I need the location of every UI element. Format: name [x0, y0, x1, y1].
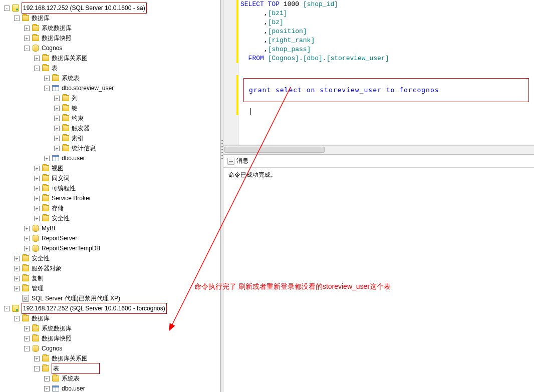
- db-cognos[interactable]: -Cognos: [0, 43, 220, 53]
- query-panel: SELECT TOP 1000 [shop_id] ,[bz1] ,[bz] ,…: [223, 0, 534, 392]
- toggle-icon[interactable]: +: [54, 106, 60, 111]
- db-security-node[interactable]: +安全性: [0, 213, 220, 223]
- db-diagram-node[interactable]: +数据库关系图: [0, 53, 220, 63]
- toggle-icon[interactable]: +: [24, 226, 30, 231]
- databases2-node[interactable]: -数据库: [0, 313, 220, 323]
- toggle-icon[interactable]: +: [24, 246, 30, 251]
- toggle-icon[interactable]: +: [54, 136, 60, 141]
- replication-node[interactable]: +复制: [0, 273, 220, 283]
- folder-icon: [42, 364, 50, 372]
- db-snapshot-node[interactable]: +数据库快照: [0, 33, 220, 43]
- object-explorer[interactable]: -192.168.127.252 (SQL Server 10.0.1600 -…: [0, 0, 220, 392]
- toggle-icon[interactable]: +: [54, 96, 60, 101]
- db-mybi[interactable]: +MyBI: [0, 223, 220, 233]
- db-snapshot2-node[interactable]: +数据库快照: [0, 333, 220, 343]
- toggle-icon[interactable]: +: [54, 116, 60, 121]
- indexes-node[interactable]: +索引: [0, 133, 220, 143]
- tree-label: 系统表: [62, 73, 80, 83]
- table-user[interactable]: +dbo.user: [0, 153, 220, 163]
- folder-icon: [32, 324, 40, 332]
- views-node[interactable]: +视图: [0, 163, 220, 173]
- toggle-icon[interactable]: +: [24, 36, 30, 41]
- toggle-icon[interactable]: -: [34, 66, 40, 71]
- toggle-icon[interactable]: +: [24, 236, 30, 241]
- messages-tab[interactable]: 消息: [223, 155, 534, 168]
- db-icon: [32, 244, 40, 252]
- toggle-icon[interactable]: +: [14, 266, 20, 271]
- toggle-icon[interactable]: +: [34, 176, 40, 181]
- server-node-forcognos[interactable]: -192.168.127.252 (SQL Server 10.0.1600 -…: [0, 303, 220, 313]
- tree-label: 视图: [52, 163, 64, 173]
- toggle-icon[interactable]: +: [34, 196, 40, 201]
- sys-db2-node[interactable]: +系统数据库: [0, 323, 220, 333]
- programmability-node[interactable]: +可编程性: [0, 183, 220, 193]
- toggle-icon[interactable]: -: [4, 6, 10, 11]
- table-user2[interactable]: +dbo.user: [0, 383, 220, 392]
- folder-icon: [32, 334, 40, 342]
- toggle-icon[interactable]: +: [14, 286, 20, 291]
- toggle-icon[interactable]: +: [34, 166, 40, 171]
- toggle-icon[interactable]: +: [44, 156, 50, 161]
- constraints-node[interactable]: +约束: [0, 113, 220, 123]
- server-node-sa[interactable]: -192.168.127.252 (SQL Server 10.0.1600 -…: [0, 3, 220, 13]
- columns-node[interactable]: +列: [0, 93, 220, 103]
- folder-icon: [22, 14, 30, 22]
- tree-label: 索引: [72, 133, 84, 143]
- tree-label: 同义词: [52, 173, 70, 183]
- db-diagram2-node[interactable]: +数据库关系图: [0, 353, 220, 363]
- databases-node[interactable]: -数据库: [0, 13, 220, 23]
- triggers-node[interactable]: +触发器: [0, 123, 220, 133]
- db-reportserver[interactable]: +ReportServer: [0, 233, 220, 243]
- toggle-icon[interactable]: +: [14, 256, 20, 261]
- toggle-icon[interactable]: +: [44, 376, 50, 381]
- messages-tab-label: 消息: [236, 157, 248, 165]
- synonyms-node[interactable]: +同义词: [0, 173, 220, 183]
- db-reportservertempdb[interactable]: +ReportServerTempDB: [0, 243, 220, 253]
- grant-statement: grant select on storeview_user to forcog…: [249, 86, 439, 94]
- toggle-icon[interactable]: [14, 296, 20, 301]
- toggle-icon[interactable]: +: [34, 186, 40, 191]
- sql-agent-node[interactable]: SQL Server 代理(已禁用代理 XP): [0, 293, 220, 303]
- table-storeview-user[interactable]: -dbo.storeview_user: [0, 83, 220, 93]
- folder-icon: [62, 144, 70, 152]
- toggle-icon[interactable]: +: [44, 76, 50, 81]
- tree-label: 系统数据库: [42, 23, 72, 33]
- toggle-icon[interactable]: -: [44, 86, 50, 91]
- toggle-icon[interactable]: -: [34, 366, 40, 371]
- tree-label: 表: [52, 363, 100, 374]
- toggle-icon[interactable]: +: [24, 336, 30, 341]
- toggle-icon[interactable]: +: [54, 146, 60, 151]
- toggle-icon[interactable]: +: [24, 26, 30, 31]
- tree-label: 存储: [52, 203, 64, 213]
- toggle-icon[interactable]: +: [34, 356, 40, 361]
- service-broker-node[interactable]: +Service Broker: [0, 193, 220, 203]
- toggle-icon[interactable]: -: [14, 316, 20, 321]
- toggle-icon[interactable]: +: [24, 326, 30, 331]
- folder-icon: [42, 354, 50, 362]
- toggle-icon[interactable]: -: [24, 46, 30, 51]
- tables-node[interactable]: -表: [0, 63, 220, 73]
- keys-node[interactable]: +键: [0, 103, 220, 113]
- sql-editor[interactable]: SELECT TOP 1000 [shop_id] ,[bz1] ,[bz] ,…: [238, 0, 534, 145]
- management-node[interactable]: +管理: [0, 283, 220, 293]
- tables2-node[interactable]: -表: [0, 363, 220, 373]
- toggle-icon[interactable]: -: [4, 306, 10, 311]
- editor-gutter: [223, 0, 238, 145]
- security-node[interactable]: +安全性: [0, 253, 220, 263]
- editor-hscrollbar[interactable]: [223, 145, 534, 154]
- toggle-icon[interactable]: -: [24, 346, 30, 351]
- sys-tables2-node[interactable]: +系统表: [0, 373, 220, 383]
- server-objects-node[interactable]: +服务器对象: [0, 263, 220, 273]
- toggle-icon[interactable]: +: [34, 56, 40, 61]
- toggle-icon[interactable]: +: [44, 386, 50, 391]
- toggle-icon[interactable]: +: [54, 126, 60, 131]
- statistics-node[interactable]: +统计信息: [0, 143, 220, 153]
- toggle-icon[interactable]: +: [14, 276, 20, 281]
- db-cognos2[interactable]: -Cognos: [0, 343, 220, 353]
- toggle-icon[interactable]: +: [34, 216, 40, 221]
- toggle-icon[interactable]: +: [34, 206, 40, 211]
- sys-db-node[interactable]: +系统数据库: [0, 23, 220, 33]
- toggle-icon[interactable]: -: [14, 16, 20, 21]
- storage-node[interactable]: +存储: [0, 203, 220, 213]
- sys-tables-node[interactable]: +系统表: [0, 73, 220, 83]
